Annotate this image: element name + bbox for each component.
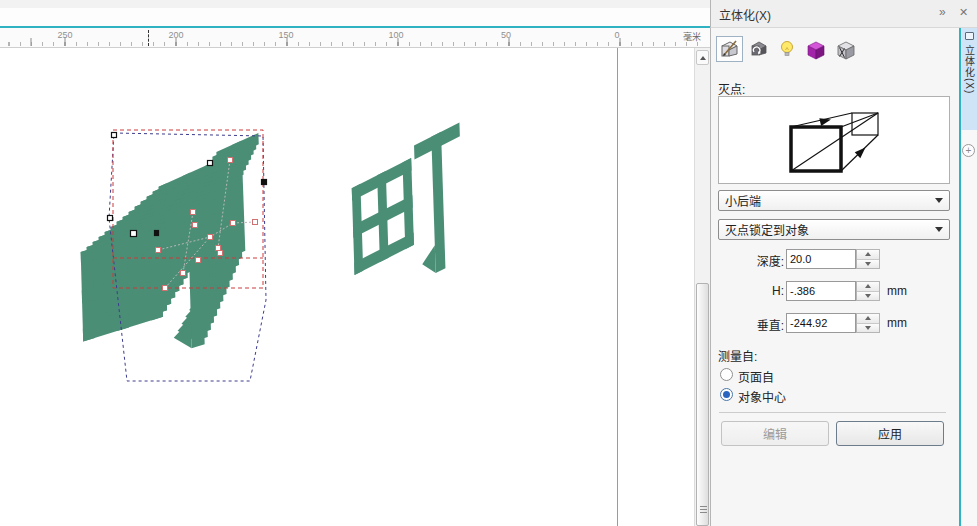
spin-up-button[interactable] (857, 282, 879, 291)
extrude-direction-diagram (719, 97, 949, 183)
apply-button[interactable]: 应用 (836, 421, 944, 446)
extrude-lighting-button[interactable] (776, 38, 798, 64)
vanishing-point-preview (718, 96, 950, 184)
ruler-major-ticks (0, 38, 700, 46)
radio-page-label: 页面自 (738, 368, 774, 385)
spin-up-button[interactable] (857, 314, 879, 323)
ruler-label: 100 (388, 30, 403, 40)
chevron-up-icon (865, 284, 871, 288)
edit-button[interactable]: 编辑 (721, 421, 829, 446)
thumb-grip (700, 512, 707, 513)
thumb-grip (700, 509, 707, 510)
vp-dropdown-value: 灭点锁定到对象 (725, 221, 809, 238)
ruler-label: 200 (168, 30, 183, 40)
depth-spinner[interactable] (856, 249, 880, 269)
radio-object-center-label: 对象中心 (738, 388, 786, 405)
chevron-down-icon (865, 326, 871, 330)
chevron-up-icon (865, 316, 871, 320)
measured-from-label: 测量自: (718, 347, 757, 364)
depth-label: 深度: (711, 252, 784, 269)
bevel-cube-icon (834, 38, 856, 60)
docker-tab-strip: 立体化(X) + (959, 28, 977, 526)
extrude-camera-icon (718, 38, 740, 60)
separator (719, 412, 946, 413)
h-spinner[interactable] (856, 281, 880, 301)
ruler-unit-label: 毫米 (683, 30, 701, 43)
quick-customize-button[interactable]: + (962, 144, 975, 157)
tab-extrude-docker[interactable]: 立体化(X) (961, 28, 977, 130)
extrude-bevel-button[interactable] (834, 38, 856, 64)
toolbar-strip-lower (0, 8, 710, 26)
vertical-unit-label: mm (887, 316, 907, 330)
extrude-color-button[interactable] (804, 38, 826, 64)
chevron-up-icon (865, 252, 871, 256)
thumb-grip (700, 506, 707, 507)
spin-down-button[interactable] (857, 291, 879, 301)
tab-extrude-label: 立体化(X) (962, 45, 977, 94)
extruded-object[interactable] (80, 133, 262, 382)
preset-dropdown-value: 小后端 (725, 192, 761, 209)
spin-up-button[interactable] (857, 250, 879, 259)
ruler-label: 0 (614, 30, 619, 40)
toolbar-strip (0, 0, 710, 8)
chevron-up-icon (700, 56, 706, 60)
color-cube-icon (804, 38, 826, 60)
extrude-docker: 灭点: 小后端 灭点锁定到对象 深度: (710, 28, 959, 526)
ruler-label: 250 (57, 30, 72, 40)
arrow-icon (819, 116, 832, 126)
extrude-preset-dropdown[interactable]: 小后端 (718, 190, 950, 211)
radio-page[interactable] (720, 368, 733, 381)
close-docker-button[interactable]: ✕ (959, 6, 968, 19)
vertical-input[interactable] (786, 313, 856, 333)
chevron-down-icon (935, 227, 943, 232)
rotation-cube-icon (748, 38, 770, 60)
docker-titlebar: 立体化(X) » ✕ (710, 0, 977, 28)
vertical-spinner[interactable] (856, 313, 880, 333)
vertical-label: 垂直: (711, 316, 784, 333)
horizontal-ruler: 250 200 150 100 50 0 毫米 (0, 28, 710, 48)
canvas-artwork (0, 48, 694, 526)
docker-title: 立体化(X) (719, 6, 771, 23)
extrude-rotation-button[interactable] (748, 38, 770, 64)
ruler-cursor-indicator (148, 30, 149, 46)
vanishing-point-label: 灭点: (718, 80, 745, 97)
app-window: 250 200 150 100 50 0 毫米 (0, 0, 977, 526)
chevron-down-icon (865, 262, 871, 266)
h-label: H: (711, 284, 784, 298)
drawing-canvas[interactable] (0, 48, 694, 526)
h-input[interactable] (786, 281, 856, 301)
ruler-label: 50 (501, 30, 511, 40)
depth-input[interactable] (786, 249, 856, 269)
light-bulb-icon (776, 38, 798, 60)
chevron-down-icon (865, 294, 871, 298)
vertical-scrollbar[interactable] (694, 48, 710, 526)
spin-down-button[interactable] (857, 259, 879, 269)
collapse-docker-button[interactable]: » (939, 5, 946, 19)
extrude-tool-button[interactable] (716, 36, 743, 62)
vp-lock-dropdown[interactable]: 灭点锁定到对象 (718, 219, 950, 240)
h-unit-label: mm (887, 284, 907, 298)
radio-object-center[interactable] (720, 388, 733, 401)
scroll-up-button[interactable] (696, 50, 709, 65)
chevron-down-icon (935, 198, 943, 203)
spin-down-button[interactable] (857, 323, 879, 333)
docker-icon (965, 32, 974, 40)
character-object[interactable] (351, 122, 463, 313)
scrollbar-thumb[interactable] (696, 283, 709, 526)
ruler-label: 150 (278, 30, 293, 40)
